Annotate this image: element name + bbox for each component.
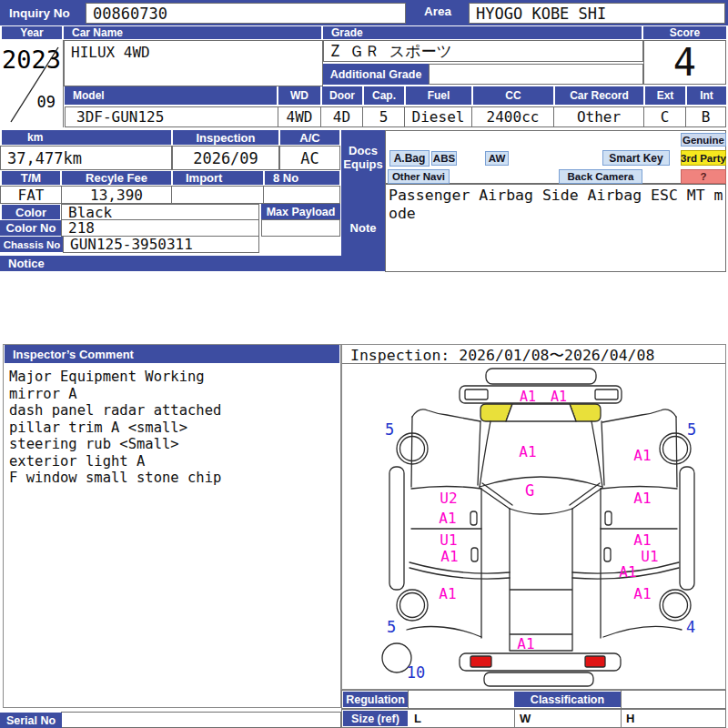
ac-value: AC: [279, 146, 340, 170]
panel-grade-front-right: A1: [551, 389, 567, 405]
rocker-left: [389, 467, 404, 590]
tire-depth-front-left: 5: [385, 420, 394, 439]
car-name-header: Car Name: [64, 26, 321, 39]
inquiry-no-value: 00860730: [86, 3, 406, 24]
year-slash: [0, 40, 64, 127]
note-text: Passenger Airbag Side Airbag ESC MT mode: [386, 185, 725, 223]
panel-grade-left-2: U1: [440, 531, 457, 549]
front-panel: [460, 386, 622, 403]
comment-line: pillar trim A <small>: [9, 420, 337, 437]
import-value: [171, 186, 264, 204]
panel-grade-windshield: A1: [519, 443, 536, 460]
comment-line: F window small stone chip: [9, 470, 337, 487]
wheel-rear-left: [397, 590, 428, 621]
cc-value: 2400cc: [471, 106, 554, 127]
color-value: Black: [61, 204, 259, 220]
headlight-left: [465, 389, 488, 399]
comment-lines: Major Equipment Working mirror A dash pa…: [9, 369, 337, 487]
panel-grade-right-fender: A1: [633, 447, 651, 464]
comment-line: mirror A: [9, 386, 337, 403]
tire-depth-rear-right: 4: [686, 618, 695, 636]
ext-header: Ext: [645, 86, 685, 105]
serial-no-value: [61, 712, 341, 728]
panel-grade-front-left: A1: [520, 389, 536, 405]
tire-depth-front-right: 5: [687, 420, 696, 439]
grade-header: Grade: [323, 26, 642, 39]
tm-header: T/M: [2, 171, 60, 185]
notice-header: Notice: [0, 256, 341, 271]
panel-grade-left-1: A1: [439, 510, 456, 527]
size-l-cell: L: [414, 712, 421, 725]
tire-depth-rear-left: 5: [387, 618, 396, 636]
inspection-title: Inspection: 2026/01/08〜2026/04/08: [350, 346, 654, 366]
auction-inspection-sheet: Inquiry No 00860730 Area HYOGO KOBE SHI …: [0, 0, 728, 728]
size-w-cell: W: [520, 712, 531, 725]
wd-value: 4WD: [278, 106, 321, 127]
comment-line: dash panel radar attached: [9, 402, 337, 420]
serial-no-header: Serial No: [0, 713, 62, 728]
eight-no-header: 8 No: [265, 171, 339, 185]
fuel-header: Fuel: [406, 86, 471, 105]
roof-arc: [480, 477, 602, 487]
equip-badge-other-navi: Other Navi: [388, 169, 450, 184]
import-header: Import: [173, 171, 263, 185]
bed-box: [510, 509, 572, 651]
grade-value: Z ＧＲ スポーツ: [323, 40, 643, 62]
equip-badge-abs: ABS: [431, 151, 457, 166]
wd-header: WD: [278, 86, 320, 105]
area-label: Area: [409, 5, 467, 18]
genuine-badge: Genuine: [681, 133, 726, 147]
recycle-fee-header: Recyle Fee: [62, 171, 171, 185]
km-header: km: [2, 130, 171, 145]
rear-lower-bumper: [484, 672, 593, 686]
panel-grade-right-1: A1: [633, 531, 651, 549]
tire-depth-spare: 10: [407, 663, 425, 682]
docs-equips-header: Docs Equips: [341, 130, 385, 184]
panel-grade-left-0: U2: [440, 490, 457, 507]
cc-header: CC: [473, 86, 553, 105]
color-no-value: 218: [61, 219, 259, 237]
taillight-right: [585, 656, 605, 667]
equip-badge-back-camera: Back Camera: [559, 169, 642, 184]
inspection-value: 2026/09: [172, 146, 279, 170]
cap-header: Cap.: [364, 86, 404, 105]
note-area: Passenger Airbag Side Airbag ESC MT mode: [385, 184, 726, 272]
car-record-value: Other: [553, 106, 644, 127]
color-header: Color: [2, 205, 60, 219]
km-value: 37,477km: [0, 146, 172, 170]
chassis-no-header: Chassis No: [0, 237, 64, 252]
cap-value: 5: [362, 106, 405, 127]
panel-grade-right-0: A1: [633, 490, 651, 507]
equip-badge-abag: A.Bag: [389, 150, 430, 167]
comment-line: steering rub <Small>: [9, 436, 337, 453]
rocker-right: [680, 467, 694, 590]
note-header: Note: [341, 184, 385, 271]
door-value: 4D: [320, 106, 363, 127]
comment-title: Inspector’s Comment: [5, 345, 339, 363]
classification-header: Classification: [514, 692, 621, 707]
car-diagram: A1 A1 A1 A1 G U2 A1 U1 A1 A1 A1 A1 U1 A1…: [342, 365, 725, 689]
int-value: B: [685, 106, 726, 127]
wheel-rear-right: [660, 590, 691, 621]
ac-header: A/C: [280, 130, 339, 145]
additional-grade-header: Additional Grade: [323, 64, 429, 85]
front-bumper: [486, 369, 596, 384]
panel-grade-rear: A1: [517, 635, 534, 652]
model-value: 3DF-GUN125: [65, 106, 278, 127]
unknown-badge: ?: [681, 169, 726, 184]
equip-badge-smart-key: Smart Key: [602, 150, 670, 166]
eight-no-value: [263, 186, 340, 204]
recycle-fee-value: 13,390: [61, 186, 172, 204]
comment-line: exterior light A: [9, 453, 337, 470]
car-name-value: HILUX 4WD: [64, 40, 323, 86]
panel-grade-left-4: A1: [439, 585, 456, 602]
panel-grade-right-3: A1: [619, 563, 636, 581]
cowl-center: [506, 404, 576, 421]
door-header: Door: [322, 86, 362, 105]
comment-line: Major Equipment Working: [9, 369, 337, 386]
inquiry-no-label: Inquiry No: [0, 6, 70, 20]
equip-badge-aw: AW: [485, 151, 509, 166]
model-header: Model: [65, 86, 277, 105]
year-header: Year: [2, 26, 62, 39]
taillight-left: [470, 656, 491, 667]
